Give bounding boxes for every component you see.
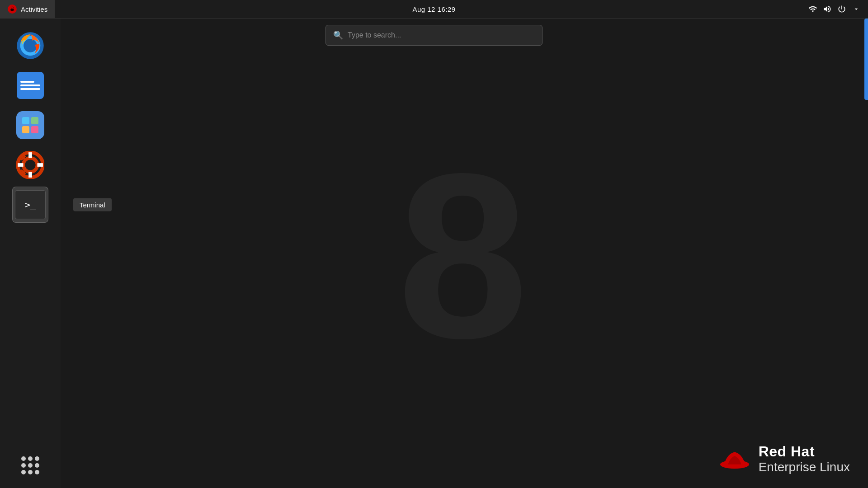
redhat-hat-svg — [719, 443, 750, 474]
topbar: Activities Aug 12 16:29 — [0, 0, 868, 19]
firefox-icon — [16, 32, 44, 60]
terminal-tooltip: Terminal — [73, 198, 112, 211]
search-container: 🔍 — [326, 25, 542, 46]
appgrid-icon — [21, 456, 39, 474]
svg-point-4 — [24, 39, 37, 52]
help-icon — [16, 151, 44, 179]
activities-button[interactable]: Activities — [0, 0, 55, 18]
terminal-icon: >_ — [15, 190, 46, 219]
search-bar: 🔍 — [326, 25, 542, 46]
search-input[interactable] — [348, 31, 535, 39]
dock-item-terminal[interactable]: >_ Terminal — [12, 187, 48, 223]
redhat-enterprise-logo: Red Hat Enterprise Linux — [719, 443, 850, 474]
files-icon — [17, 72, 44, 99]
dock-item-appgrid[interactable] — [12, 447, 48, 483]
svg-rect-8 — [31, 126, 38, 133]
redhat-icon — [7, 4, 17, 14]
dock: >_ Terminal — [0, 19, 61, 488]
search-icon: 🔍 — [333, 30, 343, 40]
dock-item-firefox[interactable] — [12, 28, 48, 64]
system-tray — [807, 0, 868, 18]
background-number: 8 — [397, 138, 519, 373]
system-menu-dropdown[interactable] — [850, 3, 863, 15]
files-line-2 — [20, 84, 40, 86]
svg-rect-5 — [22, 117, 29, 124]
redhat-text: Red Hat Enterprise Linux — [759, 443, 850, 474]
dock-item-software[interactable] — [12, 107, 48, 143]
dock-item-help[interactable] — [12, 147, 48, 183]
activities-label: Activities — [21, 5, 47, 13]
svg-rect-7 — [22, 126, 29, 133]
svg-rect-6 — [31, 117, 38, 124]
svg-point-1 — [11, 7, 14, 9]
files-line-3 — [20, 88, 40, 90]
dock-item-files[interactable] — [12, 67, 48, 103]
network-tray-icon[interactable] — [807, 3, 819, 15]
software-icon — [16, 111, 44, 139]
clock: Aug 12 16:29 — [412, 5, 455, 13]
volume-tray-icon[interactable] — [821, 3, 834, 15]
power-tray-icon[interactable] — [835, 3, 848, 15]
files-line-1 — [20, 81, 34, 83]
right-edge-indicator — [864, 19, 868, 100]
